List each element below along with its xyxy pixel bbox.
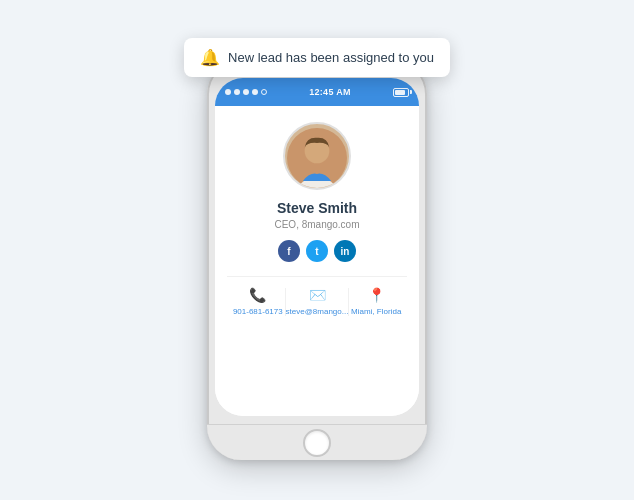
phone-number: 901-681-6173 — [233, 307, 283, 316]
phone-content: Steve Smith CEO, 8mango.com f t in — [215, 106, 419, 416]
signal-dot-2 — [234, 89, 240, 95]
avatar-image — [287, 128, 347, 188]
bell-icon: 🔔 — [200, 48, 220, 67]
signal-dots — [225, 89, 267, 95]
email-address: steve@8mango... — [286, 307, 349, 316]
signal-dot-1 — [225, 89, 231, 95]
location-icon: 📍 — [368, 287, 385, 303]
contact-name: Steve Smith — [277, 200, 357, 216]
phone-scene: 🔔 New lead has been assigned to you 12:4… — [187, 30, 447, 470]
status-battery — [393, 88, 409, 97]
email-info-item[interactable]: ✉️ steve@8mango... — [286, 287, 349, 316]
status-bar: 12:45 AM — [215, 78, 419, 106]
notification-banner: 🔔 New lead has been assigned to you — [184, 38, 450, 77]
signal-dot-3 — [243, 89, 249, 95]
facebook-icon: f — [287, 246, 290, 257]
phone-icon: 📞 — [249, 287, 266, 303]
avatar — [283, 122, 351, 190]
twitter-button[interactable]: t — [306, 240, 328, 262]
linkedin-button[interactable]: in — [334, 240, 356, 262]
phone-inner: 12:45 AM — [215, 78, 419, 416]
notification-text: New lead has been assigned to you — [228, 50, 434, 65]
twitter-icon: t — [315, 246, 318, 257]
home-button[interactable] — [303, 429, 331, 457]
location-text: Miami, Florida — [351, 307, 401, 316]
divider — [227, 276, 407, 277]
location-info-item[interactable]: 📍 Miami, Florida — [349, 287, 403, 316]
signal-dot-5 — [261, 89, 267, 95]
phone-info-item[interactable]: 📞 901-681-6173 — [231, 287, 285, 316]
contact-title: CEO, 8mango.com — [274, 219, 359, 230]
email-icon: ✉️ — [309, 287, 326, 303]
social-icons: f t in — [278, 240, 356, 262]
facebook-button[interactable]: f — [278, 240, 300, 262]
battery-fill — [395, 90, 405, 95]
battery-icon — [393, 88, 409, 97]
phone-bottom — [207, 424, 427, 460]
contact-info-row: 📞 901-681-6173 ✉️ steve@8mango... 📍 Miam… — [227, 287, 407, 316]
linkedin-icon: in — [341, 246, 350, 257]
phone: 12:45 AM — [207, 60, 427, 460]
status-time: 12:45 AM — [309, 87, 351, 97]
signal-dot-4 — [252, 89, 258, 95]
